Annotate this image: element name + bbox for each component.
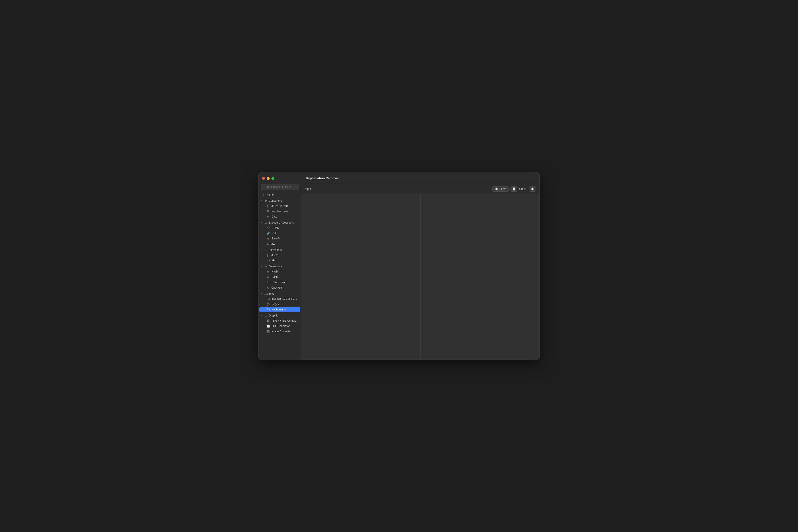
sidebar-item-label-hash2: Hash <box>271 276 278 279</box>
section-header-graphic[interactable]: ▾ ⊡ Graphic <box>259 313 301 318</box>
section-text: ▾ Aa Text As Inspector & Case C... (*) R… <box>259 291 301 312</box>
xml-icon: <> <box>267 259 270 262</box>
section-label-converters: Converters <box>269 199 282 202</box>
panels <box>301 194 539 360</box>
sidebar-item-label-pdf: PDF Generator <box>271 324 289 328</box>
json-yaml-icon: { } <box>267 204 270 208</box>
titlebar <box>259 172 301 184</box>
jwt-icon: ◎ <box>267 242 270 245</box>
close-button[interactable] <box>262 177 265 180</box>
paste-label: Paste <box>499 187 506 191</box>
regex-icon: (*) <box>267 303 270 306</box>
sidebar-item-label-json-yaml: JSON <> Yaml <box>271 204 289 208</box>
sidebar-item-date[interactable]: ◎ Date <box>259 214 300 219</box>
minimize-button[interactable] <box>267 177 270 180</box>
sidebar-item-json-formatter[interactable]: { } JSON <box>259 252 300 258</box>
sidebar-item-hash2[interactable]: ◎ Hash <box>259 274 300 280</box>
sidebar-item-label-date: Date <box>271 215 277 218</box>
json-formatter-icon: { } <box>267 253 270 256</box>
sidebar-item-json-yaml[interactable]: { } JSON <> Yaml <box>259 203 300 209</box>
sidebar-item-hash1[interactable]: ◎ Hash <box>259 269 300 274</box>
section-label-generators: Generators <box>269 265 282 268</box>
sidebar-item-html[interactable]: <> HTML <box>259 225 300 230</box>
paste-button[interactable]: 📋 Paste <box>492 186 509 192</box>
sidebar-item-label-inspector: Inspector & Case C... <box>271 297 297 300</box>
sidebar-item-lorem-ipsum[interactable]: U Lorem Ipsum <box>259 280 300 285</box>
html-icon: <> <box>267 226 270 229</box>
app-window: 🔍 ⌂ Home ▾ ⇄ Converters { } JSON <> Yaml… <box>258 172 540 360</box>
page-title: Hyphenation Remover <box>306 176 339 180</box>
chevron-down-icon: ▾ <box>261 292 263 295</box>
section-converters: ▾ ⇄ Converters { } JSON <> Yaml ⊟ Number… <box>259 198 301 219</box>
sidebar-item-label-xml: XML <box>271 259 277 262</box>
sidebar-item-hyphenation[interactable]: Aa Hyphenation <box>259 307 300 312</box>
maximize-button[interactable] <box>271 177 274 180</box>
section-label-graphic: Graphic <box>269 314 278 317</box>
sidebar-home-label: Home <box>267 193 274 196</box>
output-actions: 📋 <box>529 186 536 192</box>
sidebar-item-label-json-formatter: JSON <box>271 253 279 256</box>
section-header-text[interactable]: ▾ Aa Text <box>259 291 301 296</box>
sidebar-item-checksum[interactable]: ✿ Checksum <box>259 285 300 290</box>
sidebar-item-xml[interactable]: <> XML <box>259 258 300 263</box>
sidebar-item-label-hyphenation: Hyphenation <box>271 308 286 311</box>
sidebar-item-label-jwt: JWT <box>271 242 277 245</box>
sidebar-item-home[interactable]: ⌂ Home <box>259 192 300 197</box>
inspector-icon: As <box>267 297 270 300</box>
sidebar-item-url[interactable]: 🔗 URL <box>259 230 300 236</box>
sidebar-item-label-regex: Regex <box>271 303 279 306</box>
input-textarea[interactable] <box>301 194 420 360</box>
hash1-icon: ◎ <box>267 270 270 273</box>
paste-icon: 📋 <box>495 187 498 191</box>
sidebar-item-pdf-generator[interactable]: 📄 PDF Generator <box>259 323 300 329</box>
number-base-icon: ⊟ <box>267 210 270 213</box>
graphic-icon: ⊡ <box>264 314 268 317</box>
section-graphic: ▾ ⊡ Graphic 🖼 PNG / JPEG Compr... 📄 PDF … <box>259 313 301 334</box>
hash2-icon: ◎ <box>267 276 270 279</box>
search-wrapper: 🔍 <box>261 184 299 190</box>
file-icon: 📄 <box>512 187 516 191</box>
chevron-down-icon: ▾ <box>261 265 263 268</box>
input-panel[interactable] <box>301 194 421 360</box>
section-label-encoders: Encoders / Decoders <box>269 221 294 224</box>
file-button[interactable]: 📄 <box>511 186 517 192</box>
section-header-formatters[interactable]: ▾ ⊟ Formatters <box>259 247 301 252</box>
section-label-text: Text <box>269 292 274 295</box>
pdf-icon: 📄 <box>267 324 270 328</box>
formatters-icon: ⊟ <box>264 248 268 251</box>
section-formatters: ▾ ⊟ Formatters { } JSON <> XML <box>259 247 301 263</box>
sidebar-item-label-image-converter: Image Converter <box>271 330 291 333</box>
encoders-icon: ⊞ <box>264 221 268 224</box>
date-icon: ◎ <box>267 215 270 218</box>
tool-header: Input 📋 Paste 📄 Output 📋 <box>301 184 539 194</box>
chevron-down-icon: ▾ <box>261 249 263 251</box>
copy-icon: 📋 <box>531 187 534 191</box>
chevron-down-icon: ▾ <box>261 315 263 317</box>
sidebar-item-number-base[interactable]: ⊟ Number Base <box>259 209 300 214</box>
sidebar-item-inspector-case[interactable]: As Inspector & Case C... <box>259 296 300 302</box>
sidebar-item-label-number-base: Number Base <box>271 210 288 213</box>
section-header-generators[interactable]: ▾ ⊞ Generators <box>259 264 301 269</box>
sidebar-item-jwt[interactable]: ◎ JWT <box>259 241 300 247</box>
sidebar-item-image-converter[interactable]: 🖼 Image Converter <box>259 329 300 334</box>
checksum-icon: ✿ <box>267 286 270 289</box>
sidebar-item-label-base64: Base64 <box>271 237 281 240</box>
section-generators: ▾ ⊞ Generators ◎ Hash ◎ Hash U Lorem Ips… <box>259 264 301 290</box>
converters-icon: ⇄ <box>264 199 268 202</box>
sidebar-item-base64[interactable]: ◎ Base64 <box>259 236 300 241</box>
section-encoders-decoders: ▾ ⊞ Encoders / Decoders <> HTML 🔗 URL ◎ … <box>259 220 301 247</box>
sidebar: 🔍 ⌂ Home ▾ ⇄ Converters { } JSON <> Yaml… <box>259 172 301 360</box>
search-input[interactable] <box>261 184 299 190</box>
section-label-formatters: Formatters <box>269 248 282 251</box>
sidebar-item-label-hash1: Hash <box>271 270 278 273</box>
section-header-encoders[interactable]: ▾ ⊞ Encoders / Decoders <box>259 220 301 225</box>
chevron-down-icon: ▾ <box>261 200 263 202</box>
section-header-converters[interactable]: ▾ ⇄ Converters <box>259 198 301 203</box>
sidebar-item-label-checksum: Checksum <box>271 286 284 289</box>
copy-button[interactable]: 📋 <box>529 186 536 192</box>
main-header: Hyphenation Remover <box>301 172 539 184</box>
hyphenation-icon: Aa <box>267 308 270 311</box>
sidebar-item-png-jpeg[interactable]: 🖼 PNG / JPEG Compr... <box>259 318 300 323</box>
sidebar-item-label-png-jpeg: PNG / JPEG Compr... <box>271 319 297 322</box>
sidebar-item-regex[interactable]: (*) Regex <box>259 302 300 307</box>
